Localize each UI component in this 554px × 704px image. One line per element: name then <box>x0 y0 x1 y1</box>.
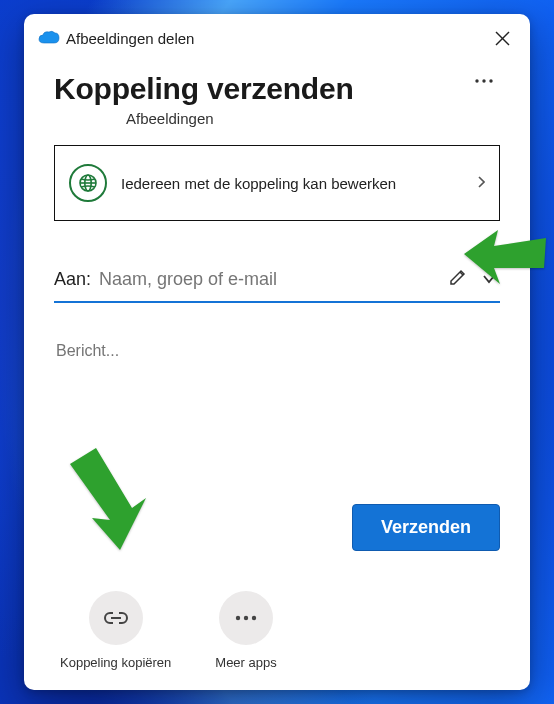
send-row: Verzenden <box>54 464 500 551</box>
more-apps-action[interactable]: Meer apps <box>215 591 276 670</box>
svg-point-4 <box>489 79 492 82</box>
globe-icon <box>69 164 107 202</box>
recipient-dropdown[interactable] <box>478 266 500 292</box>
titlebar: Afbeeldingen delen <box>24 14 530 56</box>
page-title: Koppeling verzenden <box>54 72 354 106</box>
recipient-input[interactable] <box>97 268 438 291</box>
link-icon <box>89 591 143 645</box>
permission-text: Iedereen met de koppeling kan bewerken <box>121 175 463 192</box>
window-title: Afbeeldingen delen <box>66 30 488 47</box>
dialog-content: Koppeling verzenden Afbeeldingen <box>24 56 530 690</box>
chevron-down-icon <box>482 274 496 284</box>
edit-permissions-button[interactable] <box>444 263 472 295</box>
share-dialog: Afbeeldingen delen Koppeling verzenden A… <box>24 14 530 690</box>
ellipsis-icon <box>474 78 494 84</box>
svg-point-2 <box>475 79 478 82</box>
svg-point-3 <box>482 79 485 82</box>
permission-selector[interactable]: Iedereen met de koppeling kan bewerken <box>54 145 500 221</box>
copy-link-label: Koppeling kopiëren <box>60 655 171 670</box>
onedrive-icon <box>38 30 60 46</box>
close-button[interactable] <box>488 24 516 52</box>
header-row: Koppeling verzenden <box>54 72 500 106</box>
svg-point-10 <box>236 616 240 620</box>
recipient-label: Aan: <box>54 269 91 290</box>
ellipsis-icon <box>219 591 273 645</box>
actions-row: Koppeling kopiëren Meer apps <box>54 591 500 670</box>
pencil-icon <box>448 267 468 287</box>
svg-point-11 <box>244 616 248 620</box>
send-button[interactable]: Verzenden <box>352 504 500 551</box>
page-subtitle: Afbeeldingen <box>126 110 500 127</box>
close-icon <box>495 31 510 46</box>
message-input[interactable] <box>54 341 500 361</box>
more-apps-label: Meer apps <box>215 655 276 670</box>
recipient-row: Aan: <box>54 263 500 303</box>
more-options-button[interactable] <box>468 72 500 90</box>
chevron-right-icon <box>477 175 485 191</box>
copy-link-action[interactable]: Koppeling kopiëren <box>60 591 171 670</box>
svg-point-12 <box>252 616 256 620</box>
